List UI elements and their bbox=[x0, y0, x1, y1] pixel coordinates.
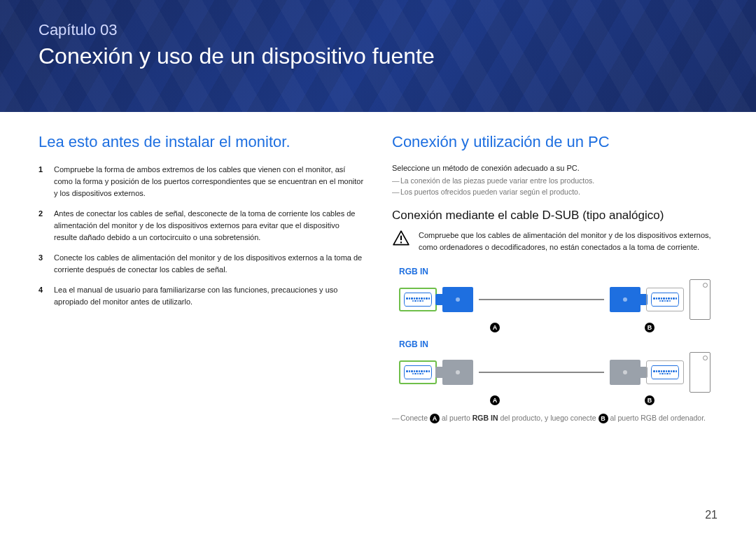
footnote-port-name: RGB IN bbox=[472, 414, 498, 422]
warning-text: Compruebe que los cables de alimentación… bbox=[419, 230, 718, 253]
cable-icon bbox=[479, 372, 604, 373]
install-step: Compruebe la forma de ambos extremos de … bbox=[38, 164, 364, 199]
chapter-kicker: Capítulo 03 bbox=[38, 21, 718, 39]
right-column: Conexión y utilización de un PC Seleccio… bbox=[392, 133, 718, 423]
product-note: La conexión de las piezas puede variar e… bbox=[392, 176, 718, 185]
pc-tower-icon bbox=[690, 352, 710, 393]
dsub-subheading: Conexión mediante el cable D-SUB (tipo a… bbox=[392, 209, 718, 223]
warning-box: Compruebe que los cables de alimentación… bbox=[392, 230, 718, 253]
pc-rgb-port-icon bbox=[646, 288, 684, 311]
badge-a-icon: A bbox=[490, 323, 500, 332]
connection-footnote: Conecte A al puerto RGB IN del producto,… bbox=[392, 414, 718, 423]
monitor-rgb-port-icon bbox=[399, 288, 437, 311]
vga-plug-b-icon bbox=[610, 360, 640, 385]
left-heading: Lea esto antes de instalar el monitor. bbox=[38, 133, 364, 151]
connection-diagram-2: RGB IN A B bbox=[392, 334, 718, 407]
right-intro: Seleccione un método de conexión adecuad… bbox=[392, 164, 718, 172]
badge-b-icon: B bbox=[645, 323, 654, 332]
vga-plug-b-icon bbox=[610, 287, 640, 312]
vga-plug-a-icon bbox=[442, 360, 473, 385]
left-column: Lea esto antes de instalar el monitor. C… bbox=[38, 133, 364, 423]
right-heading: Conexión y utilización de un PC bbox=[392, 133, 718, 151]
svg-rect-0 bbox=[400, 236, 402, 241]
footnote-text: al puerto bbox=[442, 414, 472, 422]
port-label-rgb-in: RGB IN bbox=[399, 267, 718, 276]
install-steps-list: Compruebe la forma de ambos extremos de … bbox=[38, 164, 364, 308]
footnote-text: al puerto RGB del ordenador. bbox=[610, 414, 706, 422]
monitor-rgb-port-icon bbox=[399, 360, 437, 384]
footnote-text: del producto, y luego conecte bbox=[500, 414, 598, 422]
product-note: Los puertos ofrecidos pueden variar segú… bbox=[392, 188, 718, 196]
badge-b-icon: B bbox=[598, 414, 608, 423]
footnote-text: Conecte bbox=[400, 414, 430, 422]
port-label-rgb-in: RGB IN bbox=[399, 339, 718, 349]
svg-rect-1 bbox=[400, 241, 402, 243]
install-step: Antes de conectar los cables de señal, d… bbox=[38, 208, 364, 244]
install-step: Lea el manual de usuario para familiariz… bbox=[38, 284, 364, 308]
pc-rgb-port-icon bbox=[646, 360, 684, 384]
chapter-title: Conexión y uso de un dispositivo fuente bbox=[38, 43, 718, 69]
badge-a-icon: A bbox=[430, 414, 440, 423]
vga-plug-a-icon bbox=[442, 287, 473, 312]
chapter-hero: Capítulo 03 Conexión y uso de un disposi… bbox=[0, 0, 756, 112]
install-step: Conecte los cables de alimentación del m… bbox=[38, 252, 364, 276]
pc-tower-icon bbox=[690, 279, 710, 320]
badge-a-icon: A bbox=[490, 395, 500, 405]
warning-icon bbox=[392, 230, 410, 248]
page-number: 21 bbox=[705, 509, 718, 521]
connection-diagram-1: RGB IN A B bbox=[392, 261, 718, 334]
badge-b-icon: B bbox=[645, 395, 654, 405]
cable-icon bbox=[479, 299, 604, 300]
